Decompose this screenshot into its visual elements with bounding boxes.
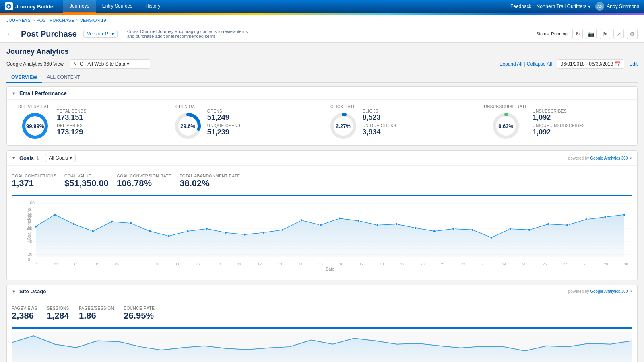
date-range-value: 06/01/2018 - 06/30/2018	[561, 61, 613, 67]
goal-abandonment-label: TOTAL ABANDONMENT RATE	[180, 174, 240, 178]
version-chevron-icon: ▾	[111, 31, 114, 37]
goals-dropdown-value: All Goals	[49, 155, 68, 161]
site-usage-chart-svg	[12, 332, 632, 362]
pages-session-label: PAGES/SESSION	[79, 306, 114, 311]
ga-label: Google Analytics 360 View:	[6, 61, 65, 67]
open-rate-group: OPEN RATE 29.6% OPENS 51,249	[167, 105, 322, 140]
goals-chart-x-labels: Jun0203040506070809101112131415161718192…	[28, 262, 632, 266]
analytics-controls: Google Analytics 360 View: NTO - All Web…	[6, 59, 638, 69]
tab-all-content[interactable]: ALL CONTENT	[42, 72, 85, 83]
svg-point-25	[130, 222, 132, 224]
svg-point-49	[585, 218, 588, 220]
ga-select-chevron-icon: ▾	[127, 61, 129, 67]
goals-collapse-chevron-icon: ▼	[12, 156, 16, 160]
delivery-rate-value: 99.99%	[26, 123, 44, 129]
tab-overview[interactable]: OVERVIEW	[6, 72, 42, 83]
breadcrumb: JOURNEYS > POST PURCHASE > VERSION 19	[0, 15, 644, 25]
svg-point-35	[319, 224, 322, 226]
total-sends-label: TOTAL SENDS	[57, 109, 87, 113]
svg-point-20	[35, 225, 37, 228]
back-button[interactable]: ←	[6, 30, 13, 37]
email-performance-header[interactable]: ▼ Email Performance	[7, 87, 637, 100]
svg-point-50	[604, 216, 607, 218]
analytics-tabs: OVERVIEW ALL CONTENT	[6, 72, 638, 83]
google-analytics-link[interactable]: Google Analytics 360	[590, 156, 628, 160]
date-range-picker[interactable]: 06/01/2018 - 06/30/2018 📅	[557, 59, 625, 69]
svg-point-33	[281, 228, 284, 231]
deliveries-stat: DELIVERIES 173,129	[57, 123, 87, 136]
unique-clicks-value: 3,934	[363, 128, 396, 136]
site-usage-metrics-row: PAGEVIEWS 2,386 SESSIONS 1,284 PAGES/SES…	[12, 303, 632, 329]
click-rate-donut: CLICK RATE 2.27%	[329, 105, 358, 140]
goals-dropdown[interactable]: All Goals ▾	[45, 154, 76, 162]
sessions-metric: SESSIONS 1,284	[47, 306, 79, 324]
unique-clicks-stat: UNIQUE CLICKS 3,934	[363, 123, 396, 136]
breadcrumb-version[interactable]: VERSION 19	[80, 18, 106, 23]
click-rate-value: 2.27%	[336, 123, 351, 129]
opens-label: OPENS	[207, 109, 241, 113]
app-logo: Journey Builder	[5, 2, 55, 10]
goals-powered-by: powered by Google Analytics 360 ↗	[568, 156, 632, 160]
org-selector[interactable]: Northern Trail Outfitters ▾	[537, 4, 591, 9]
pageviews-metric: PAGEVIEWS 2,386	[12, 306, 47, 324]
site-usage-header[interactable]: ▼ Site Usage powered by Google Analytics…	[7, 285, 637, 298]
collapse-all-button[interactable]: Collapse All	[527, 61, 552, 67]
email-metrics-grid: DELIVERY RATE 99.99% TOTAL SENDS	[12, 105, 632, 140]
top-navigation: Journey Builder Journeys Entry Sources H…	[0, 0, 644, 13]
email-performance-content: DELIVERY RATE 99.99% TOTAL SENDS	[7, 100, 637, 145]
unique-opens-stat: UNIQUE OPENS 51,239	[207, 123, 241, 136]
nav-tab-history[interactable]: History	[139, 0, 167, 13]
svg-point-37	[357, 220, 360, 222]
pages-session-value: 1.86	[79, 311, 114, 321]
breadcrumb-journeys[interactable]: JOURNEYS	[6, 18, 31, 23]
svg-point-44	[490, 236, 493, 239]
svg-point-51	[623, 214, 625, 216]
site-usage-ga-link[interactable]: Google Analytics 360	[590, 289, 628, 294]
camera-button[interactable]: 📷	[586, 29, 597, 39]
goal-completions-metric: GOAL COMPLETIONS 1,371	[12, 174, 64, 192]
powered-by-text: powered by	[568, 156, 589, 160]
edit-button[interactable]: Edit	[629, 61, 638, 67]
svg-point-31	[244, 233, 246, 236]
unsubscribe-stats: UNSUBSCRIBES 1,092 UNIQUE UNSUBSCRIBES 1…	[533, 105, 585, 140]
breadcrumb-post-purchase[interactable]: POST PURCHASE	[36, 18, 74, 23]
nav-tab-entry-sources[interactable]: Entry Sources	[96, 0, 139, 13]
svg-point-41	[433, 230, 436, 232]
delivery-stats: TOTAL SENDS 173,151 DELIVERIES 173,129	[57, 105, 87, 140]
svg-point-28	[186, 230, 189, 232]
goal-value-label: GOAL VALUE	[64, 174, 109, 178]
analytics-title: Journey Analytics	[6, 47, 638, 56]
user-name: Andy Simmons	[607, 4, 639, 9]
logo-icon	[5, 2, 13, 10]
flag-button[interactable]: ⚑	[600, 29, 610, 39]
opens-value: 51,249	[207, 113, 241, 122]
refresh-button[interactable]: ↻	[572, 29, 583, 39]
version-selector[interactable]: Version 19 ▾	[83, 30, 118, 38]
svg-point-42	[452, 228, 455, 230]
svg-point-47	[547, 223, 549, 225]
svg-text:20: 20	[28, 252, 33, 257]
journey-title: Post Purchase	[21, 29, 77, 39]
site-usage-chart	[12, 332, 632, 362]
unique-opens-value: 51,239	[207, 128, 241, 136]
click-rate-chart: 2.27%	[329, 111, 358, 140]
user-info: AS Andy Simmons	[595, 2, 639, 11]
expand-all-button[interactable]: Expand All	[500, 61, 522, 67]
feedback-button[interactable]: Feedback	[510, 4, 532, 9]
status-badge: Status: Running	[536, 31, 568, 36]
unsubscribes-value: 1,092	[533, 113, 585, 122]
pages-session-metric: PAGES/SESSION 1.86	[79, 306, 124, 324]
svg-point-46	[528, 228, 530, 231]
settings-button[interactable]: ⚙	[627, 29, 638, 39]
email-performance-title: Email Performance	[19, 90, 67, 96]
nav-tab-journeys[interactable]: Journeys	[63, 0, 96, 13]
goal-conversion-label: GOAL CONVERSION RATE	[117, 174, 171, 178]
journey-description: Cross-Channel Journey encouraging contac…	[127, 29, 248, 39]
ga-view-select[interactable]: NTO - All Web Site Data ▾	[70, 59, 150, 69]
unique-clicks-label: UNIQUE CLICKS	[363, 123, 396, 128]
svg-point-36	[339, 217, 341, 220]
site-usage-section: ▼ Site Usage powered by Google Analytics…	[6, 285, 638, 362]
open-stats: OPENS 51,249 UNIQUE OPENS 51,239	[207, 105, 241, 140]
arrow-button[interactable]: ↗	[613, 29, 624, 39]
goals-info-icon: ℹ	[37, 156, 39, 161]
